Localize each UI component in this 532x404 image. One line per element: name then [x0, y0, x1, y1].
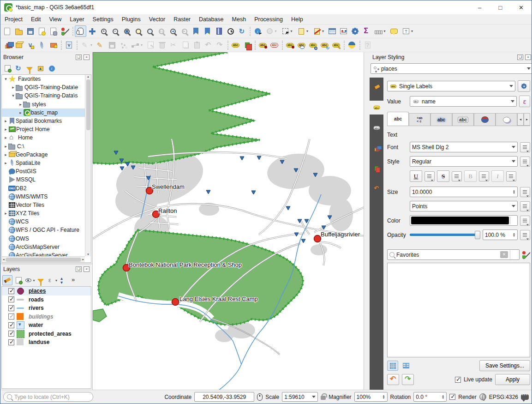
select-features-button[interactable]: ▾	[279, 25, 295, 37]
browser-item-ows[interactable]: OWS	[2, 235, 85, 243]
map-tips-button[interactable]: ▾	[388, 25, 400, 37]
paste-features-button[interactable]: ▾	[191, 39, 203, 51]
tab-3d-view[interactable]	[370, 141, 383, 155]
layer-visibility-checkbox[interactable]	[8, 314, 14, 320]
identify-features-button[interactable]: ▾	[252, 25, 263, 37]
save-project-button[interactable]: ▾	[24, 25, 36, 37]
new-spatialite-layer-button[interactable]: ▾	[36, 39, 48, 51]
browser-item-project-home[interactable]: ▸ Project Home	[2, 125, 85, 133]
browser-item-c-drive[interactable]: ▸ C:\	[2, 142, 85, 151]
spin-arrows-icon[interactable]: ▲▼	[383, 395, 385, 399]
expand-arrow-icon[interactable]: ▸	[3, 161, 8, 165]
browser-add-layer-button[interactable]	[2, 63, 12, 73]
browser-refresh-button[interactable]	[13, 63, 24, 73]
layer-visibility-checkbox[interactable]	[8, 288, 14, 294]
browser-item-postgis[interactable]: PostGIS	[2, 167, 85, 175]
browser-vertical-scrollbar[interactable]: ▴ ▾	[85, 75, 91, 256]
layer-item-rivers[interactable]: rivers	[2, 304, 91, 313]
opacity-spinbox[interactable]: 100.0 % ▲▼	[483, 229, 518, 240]
add-group-button[interactable]: ▾	[13, 275, 24, 285]
bookmark-manager-button[interactable]: ▾	[213, 25, 225, 37]
strikethrough-button[interactable]: S	[437, 170, 449, 182]
show-layout-manager-button[interactable]: ▾	[48, 25, 59, 37]
font-select[interactable]: MS Shell Dlg 2	[410, 142, 518, 152]
tab-labels[interactable]	[370, 101, 383, 115]
expand-arrow-icon[interactable]: ▸	[3, 119, 8, 123]
expand-arrow-icon[interactable]: ▸	[11, 85, 16, 90]
rotation-spinbox[interactable]: 0.0 ° ▲▼	[413, 392, 447, 402]
browser-float-button[interactable]: ❏	[76, 54, 82, 60]
menu-settings[interactable]: Settings	[89, 15, 118, 24]
pan-to-selection-button[interactable]: ▾	[86, 25, 98, 37]
zoom-last-button[interactable]: ▾	[167, 25, 179, 37]
automated-placement-settings-button[interactable]	[518, 80, 530, 92]
expression-builder-button[interactable]: ε	[519, 96, 530, 107]
italic-button[interactable]: I	[491, 170, 504, 182]
layer-item-protected-areas[interactable]: protected_areas	[2, 330, 91, 338]
maximize-button[interactable]: □	[490, 0, 511, 14]
tab-background[interactable]: abc	[452, 113, 474, 126]
styling-close-button[interactable]: ×	[525, 54, 531, 60]
label-visibility-button[interactable]: ▾	[296, 39, 307, 51]
magnifier-spinbox[interactable]: 100% ▲▼	[354, 392, 388, 402]
apply-button[interactable]: Apply	[495, 374, 530, 385]
highlight-pinned-labels-button[interactable]: ▾	[269, 39, 280, 51]
save-settings-button[interactable]: Save Settings...	[479, 360, 530, 371]
style-filter-box[interactable]: Favorites ✕	[387, 249, 520, 260]
layer-item-places[interactable]: places	[2, 287, 91, 295]
saved-styles-list[interactable]	[387, 263, 530, 357]
python-console-button[interactable]: ▾	[346, 39, 358, 51]
browser-item-wfs[interactable]: WFS / OGC API - Feature	[2, 226, 85, 234]
browser-item-styles[interactable]: ▸ styles	[2, 100, 85, 109]
layer-item-buildings[interactable]: buildings	[2, 313, 91, 321]
icon-view-button[interactable]	[387, 361, 398, 371]
redo-style-button[interactable]	[402, 374, 414, 385]
run-feature-action-button[interactable]: ▾	[263, 25, 279, 37]
style-manager-icon[interactable]	[522, 251, 530, 259]
expand-arrow-icon[interactable]: ▸	[3, 211, 8, 216]
layer-visibility-checkbox[interactable]	[8, 322, 14, 328]
data-source-manager-button[interactable]: ▾	[1, 39, 13, 51]
font-style-select[interactable]: Regular	[410, 156, 518, 167]
render-checkbox[interactable]	[449, 394, 455, 400]
cut-features-button[interactable]: ▾	[168, 39, 179, 51]
tab-callouts[interactable]	[370, 121, 383, 135]
layer-visibility-checkbox[interactable]	[8, 305, 14, 311]
opacity-slider[interactable]	[410, 230, 480, 240]
data-defined-override-button[interactable]	[506, 171, 516, 181]
new-project-button[interactable]: ▾	[1, 25, 13, 37]
scale-select[interactable]: 1:59610	[282, 392, 318, 402]
label-edit-button[interactable]: ▾	[330, 39, 342, 51]
layer-visibility-checkbox[interactable]	[8, 296, 14, 302]
zoom-out-button[interactable]: ▾	[109, 25, 121, 37]
new-temporary-scratch-layer-button[interactable]: ▾	[63, 39, 75, 51]
statistics-button[interactable]: ▾	[361, 25, 372, 37]
copy-features-button[interactable]: ▾	[179, 39, 191, 51]
layers-close-button[interactable]: ×	[84, 266, 90, 272]
browser-item-vector-tiles[interactable]: Vector Tiles	[2, 201, 85, 209]
tab-text[interactable]: abc	[387, 112, 409, 126]
zoom-in-button[interactable]: ▾	[98, 25, 109, 37]
expand-arrow-icon[interactable]: ▸	[18, 110, 23, 115]
tab-shadow[interactable]	[474, 113, 496, 126]
browser-item-geopackage[interactable]: ▸ GeoPackage	[2, 151, 85, 159]
new-bookmark-button[interactable]: ▾	[190, 25, 202, 37]
layer-item-landuse[interactable]: landuse	[2, 338, 91, 347]
browser-properties-button[interactable]	[47, 63, 57, 73]
styling-float-button[interactable]: ❏	[517, 54, 523, 60]
messages-icon[interactable]	[521, 394, 529, 400]
expand-arrow-icon[interactable]: ▸	[3, 135, 8, 140]
browser-filter-button[interactable]	[24, 63, 35, 73]
temporal-controller-button[interactable]: ▾	[225, 25, 236, 37]
add-feature-button[interactable]: ▾	[118, 39, 129, 51]
data-defined-override-button[interactable]	[452, 171, 462, 181]
toggle-editing-button[interactable]: ▾	[95, 39, 106, 51]
menu-plugins[interactable]: Plugins	[118, 15, 145, 24]
menu-layer[interactable]: Layer	[66, 15, 88, 24]
menu-edit[interactable]: Edit	[27, 15, 45, 24]
new-print-layout-button[interactable]: ▾	[36, 25, 48, 37]
tab-history[interactable]	[370, 182, 383, 196]
pan-map-button[interactable]: ▾	[75, 25, 86, 37]
close-button[interactable]: ✕	[511, 0, 532, 14]
deselect-features-button[interactable]: ▾	[311, 25, 326, 37]
